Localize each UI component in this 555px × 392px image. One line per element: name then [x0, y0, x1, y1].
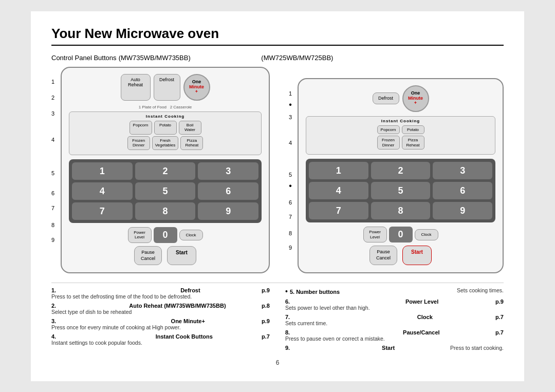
label-7: 7	[51, 206, 59, 211]
left-number-labels: 1 2 3 4 5 6 7 8 9	[51, 67, 59, 274]
clock-button[interactable]: Clock	[179, 230, 203, 241]
pause-cancel-button[interactable]: Pause Cancel	[134, 246, 162, 265]
descriptions-left: 1. Defrost p.9 Press to set the defrosti…	[51, 287, 270, 354]
popcorn-button[interactable]: Popcorn	[130, 121, 152, 135]
right-defrost-button[interactable]: Defrost	[373, 92, 399, 104]
num-2[interactable]: 2	[135, 162, 196, 180]
label-2: 2	[51, 95, 59, 101]
desc-one-minute: 3. One Minute+ p.9 Press once for every …	[51, 318, 270, 330]
numpad-left: 1 2 3 4 5 6 7 8 9	[69, 159, 262, 223]
num-8[interactable]: 8	[135, 202, 196, 220]
num-7[interactable]: 7	[72, 202, 133, 220]
fresh-vegetables-button[interactable]: Fresh Vegetables	[152, 136, 179, 150]
label-1: 1	[51, 79, 59, 85]
boil-water-button[interactable]: Boil Water	[179, 121, 201, 135]
right-num-7[interactable]: 7	[309, 202, 368, 219]
desc-power-level: 6. Power Level p.9 Sets power to level o…	[285, 298, 504, 311]
desc-start: 9. Start Press to start cooking.	[285, 345, 504, 351]
right-frozen-dinner-button[interactable]: Frozen Dinner	[377, 136, 400, 150]
right-label-7: 7	[289, 214, 292, 220]
defrost-button[interactable]: Defrost	[154, 74, 180, 101]
page-number: 6	[51, 359, 504, 366]
right-potato-button[interactable]: Potato	[402, 125, 424, 135]
right-zero-button[interactable]: 0	[389, 227, 413, 242]
right-start-button[interactable]: Start	[402, 246, 432, 265]
right-num-5[interactable]: 5	[371, 182, 431, 199]
num-5[interactable]: 5	[135, 182, 196, 200]
zero-button[interactable]: 0	[154, 227, 177, 243]
label-3: 3	[51, 111, 59, 117]
num-6[interactable]: 6	[198, 182, 258, 200]
right-num-8[interactable]: 8	[371, 202, 431, 219]
footnote: 1 Plate of Food 2 Casserole	[69, 105, 262, 109]
right-label-1: 1	[289, 90, 292, 97]
right-label-6: 6	[289, 199, 292, 206]
desc-instant-cook: 4. Instant Cook Buttons p.7 Instant sett…	[51, 333, 270, 346]
right-num-9[interactable]: 9	[433, 202, 492, 219]
start-button[interactable]: Start	[167, 246, 196, 265]
right-label-8: 8	[289, 230, 292, 236]
label-9: 9	[51, 237, 59, 243]
right-instant-cooking-section: Instant Cooking Popcorn Potato Frozen Di…	[306, 116, 495, 155]
right-num-1[interactable]: 1	[309, 162, 368, 179]
desc-pause-cancel: 8. Pause/Cancel p.7 Press to pause oven …	[285, 329, 504, 342]
right-label-4: 4	[289, 140, 292, 146]
right-one-minute-button[interactable]: One Minute +	[402, 85, 429, 112]
one-minute-button[interactable]: One Minute +	[183, 74, 210, 101]
label-6: 6	[51, 191, 59, 196]
auto-reheat-button[interactable]: Auto Reheat	[121, 74, 151, 101]
bullet-top: •	[289, 101, 292, 109]
label-5: 5	[51, 171, 59, 176]
num-9[interactable]: 9	[198, 202, 258, 220]
label-4: 4	[51, 137, 59, 143]
num-1[interactable]: 1	[72, 162, 133, 180]
left-microwave-panel: Auto Reheat Defrost One Minute + 1 Plate…	[61, 67, 270, 274]
right-clock-button[interactable]: Clock	[415, 229, 438, 240]
potato-button[interactable]: Potato	[154, 121, 177, 135]
right-microwave-panel: Defrost One Minute + Instant Cooking Pop…	[298, 78, 504, 273]
right-num-6[interactable]: 6	[433, 182, 492, 199]
frozen-dinner-button[interactable]: Frozen Dinner	[127, 136, 150, 150]
right-pause-cancel-button[interactable]: Pause Cancel	[369, 246, 397, 265]
page-title: Your New Microwave oven	[51, 26, 504, 46]
right-power-level-button[interactable]: Power Level	[363, 227, 387, 242]
right-label-5: 5	[289, 172, 292, 178]
desc-clock: 7. Clock p.7 Sets current time.	[285, 314, 504, 326]
right-pizza-reheat-button[interactable]: Pizza Reheat	[402, 136, 424, 150]
bullet-bottom: •	[289, 182, 292, 190]
label-8: 8	[51, 222, 59, 228]
right-instant-cooking-label: Instant Cooking	[309, 119, 492, 123]
desc-number-buttons: •5. Number buttons Sets cooking times.	[285, 287, 504, 295]
power-level-button[interactable]: Power Level	[128, 227, 152, 243]
right-num-2[interactable]: 2	[371, 162, 431, 179]
right-num-4[interactable]: 4	[309, 182, 368, 199]
section-title: Control Panel Buttons (MW735WB/MW735BB) …	[51, 53, 504, 62]
descriptions-right: •5. Number buttons Sets cooking times. 6…	[285, 287, 504, 354]
num-3[interactable]: 3	[198, 162, 258, 180]
right-num-3[interactable]: 3	[433, 162, 492, 179]
desc-defrost: 1. Defrost p.9 Press to set the defrosti…	[51, 287, 270, 300]
right-popcorn-button[interactable]: Popcorn	[377, 125, 400, 135]
right-label-9: 9	[289, 245, 292, 251]
num-4[interactable]: 4	[72, 182, 133, 200]
instant-cooking-label: Instant Cooking	[72, 114, 258, 119]
pizza-reheat-button[interactable]: Pizza Reheat	[180, 136, 203, 150]
desc-auto-reheat: 2. Auto Reheat (MW735WB/MW735BB) p.8 Sel…	[51, 303, 270, 315]
instant-cooking-section: Instant Cooking Popcorn Potato Boil Wate…	[69, 111, 262, 155]
right-label-3: 3	[289, 114, 292, 120]
numpad-right: 1 2 3 4 5 6 7 8 9	[306, 159, 495, 222]
